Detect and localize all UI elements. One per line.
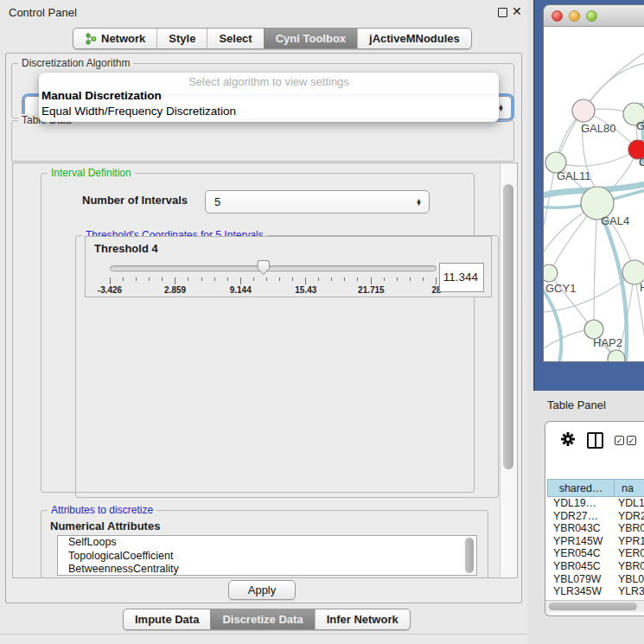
slider-tick-labels: -3.426 2.859 9.144 15.43 21.715 (110, 285, 437, 296)
group-title: Attributes to discretize (48, 504, 156, 516)
node-label: GAL80 (581, 122, 615, 135)
tick-label: 21.715 (358, 285, 385, 295)
node-label: H (640, 281, 644, 294)
cell-shared-name[interactable]: YPR145W (547, 535, 615, 548)
numerical-attributes-label: Numerical Attributes (50, 520, 160, 532)
tab-discretize-data[interactable]: Discretize Data (210, 609, 314, 629)
threshold-slider[interactable]: -3.426 2.859 9.144 15.43 21.715 (110, 237, 437, 298)
tick-label: -3.426 (98, 285, 122, 295)
tab-label: Cyni Toolbox (276, 32, 346, 45)
list-scrollbar[interactable] (463, 537, 475, 574)
cell-shared-name[interactable]: YLR345W (547, 585, 615, 598)
table-row[interactable]: YBR045C YBR0 (547, 560, 644, 573)
split-columns-icon[interactable] (587, 432, 603, 449)
table-row[interactable]: YBL079W YBL0 (547, 573, 644, 586)
threshold-block: Threshold 4 -3.426 2.859 (85, 236, 492, 297)
algorithm-dropdown-popup: Select algorithm to view settings Manual… (39, 73, 499, 122)
table-row[interactable]: YBR043C YBR0 (547, 522, 644, 535)
cell-shared-name[interactable]: YER054C (547, 547, 615, 560)
table-hscrollbar[interactable] (545, 600, 644, 612)
cell-name[interactable]: YDL1 (615, 497, 644, 510)
dropdown-option-manual-discretization[interactable]: Manual Discretization (39, 88, 499, 104)
network-canvas[interactable]: GAL80 GA C GAL11 GAL4 GCY1 H HAP2 (544, 27, 644, 362)
table-panel-toolbar: ✓ ✓ (545, 422, 644, 458)
list-scrollbar-thumb[interactable] (465, 538, 474, 573)
checkbox-icon: ✓ (627, 436, 636, 445)
num-intervals-label: Number of Intervals (82, 194, 188, 207)
table-panel-title: Table Panel (547, 399, 606, 411)
cell-name[interactable]: YBR0 (615, 560, 644, 573)
node-label: GAL4 (601, 214, 629, 227)
column-header-name[interactable]: na (615, 479, 644, 497)
gear-icon[interactable] (560, 431, 576, 450)
combo-stepper-icon: ▲▼ (416, 198, 422, 206)
tab-network[interactable]: Network (73, 29, 156, 48)
minimize-traffic-light-icon[interactable] (569, 10, 580, 22)
group-title: Discretization Algorithm (18, 57, 133, 69)
tick-label: 9.144 (230, 285, 252, 295)
combo-value: 5 (214, 195, 220, 208)
node-label: GCY1 (545, 282, 576, 295)
select-columns-icon[interactable]: ✓ ✓ (615, 436, 636, 445)
network-window[interactable]: GAL80 GA C GAL11 GAL4 GCY1 H HAP2 (543, 4, 644, 362)
apply-button[interactable]: Apply (228, 580, 296, 600)
cell-name[interactable]: YDR2 (615, 510, 644, 523)
table-row[interactable]: YER054C YER0 (547, 547, 644, 560)
tab-jactivemnodules[interactable]: jActiveMNodules (357, 29, 471, 48)
table-row[interactable]: YPR145W YPR1 (547, 535, 644, 548)
column-header-shared-name[interactable]: shared… (547, 479, 615, 497)
cell-shared-name[interactable]: YDR27… (547, 510, 615, 523)
dropdown-option-equal-width[interactable]: Equal Width/Frequency Discretization (39, 104, 499, 119)
list-item[interactable]: BetweennessCentrality (58, 563, 476, 576)
node-gal80[interactable] (572, 99, 595, 122)
node-bottom-partial[interactable] (608, 350, 625, 362)
tab-label: Impute Data (135, 613, 199, 626)
list-item[interactable]: TopologicalCoefficient (58, 550, 476, 564)
tick-label: 2.859 (164, 285, 186, 295)
table-hscrollbar-thumb[interactable] (549, 603, 637, 610)
tab-style[interactable]: Style (156, 29, 207, 48)
slider-track[interactable] (110, 265, 437, 271)
cell-shared-name[interactable]: YBR045C (547, 560, 615, 573)
cell-shared-name[interactable]: YDL19… (547, 497, 615, 510)
numerical-attributes-list[interactable]: SelfLoops TopologicalCoefficient Between… (57, 535, 477, 576)
node-gcy1[interactable] (544, 265, 558, 282)
scrollbar-thumb[interactable] (503, 184, 513, 469)
cell-name[interactable]: YBL0 (615, 573, 644, 586)
tab-select[interactable]: Select (207, 29, 263, 48)
float-icon[interactable] (498, 8, 507, 17)
zoom-traffic-light-icon[interactable] (586, 10, 597, 22)
node-label: GAL11 (557, 169, 591, 182)
thresholds-group: Threshold's Coordinates for 5 Intervals … (75, 235, 499, 498)
tab-label: jActiveMNodules (369, 32, 460, 45)
num-intervals-combo[interactable]: 5 ▲▼ (205, 190, 430, 214)
cell-name[interactable]: YLR3 (615, 585, 644, 598)
tab-impute-data[interactable]: Impute Data (124, 609, 210, 629)
threshold-value-field[interactable]: 11.344 (439, 263, 484, 292)
interval-definition-group: Interval Definition Number of Intervals … (41, 173, 475, 493)
dropdown-hint: Select algorithm to view settings (39, 75, 499, 88)
table-panel-window: ✓ ✓ shared… na YDL19… YDL1 YDR27… YDR2 Y… (545, 421, 644, 616)
cell-shared-name[interactable]: YBR043C (547, 522, 615, 535)
table-row[interactable]: YDR27… YDR2 (547, 510, 644, 523)
tab-label: Infer Network (327, 613, 399, 626)
cell-name[interactable]: YER0 (615, 547, 644, 560)
list-item[interactable]: SelfLoops (58, 536, 476, 550)
table-header: shared… na (547, 479, 644, 497)
slider-thumb[interactable] (257, 260, 270, 275)
close-traffic-light-icon[interactable] (552, 10, 563, 22)
scrollbar-vertical[interactable] (500, 163, 517, 577)
cell-shared-name[interactable]: YBL079W (547, 573, 615, 586)
checkbox-icon: ✓ (615, 436, 624, 445)
table-row[interactable]: YDL19… YDL1 (547, 497, 644, 510)
close-icon[interactable]: ✕ (512, 4, 522, 18)
cell-name[interactable]: YPR1 (615, 535, 644, 548)
cell-name[interactable]: YBR0 (615, 522, 644, 535)
tab-infer-network[interactable]: Infer Network (315, 609, 410, 629)
table-row[interactable]: YLR345W YLR3 (547, 585, 644, 598)
tab-cyni-toolbox[interactable]: Cyni Toolbox (264, 29, 357, 48)
network-icon (85, 33, 97, 45)
node-label: GA (636, 119, 644, 132)
control-panel-tabs: Network Style Select Cyni Toolbox jActiv… (73, 28, 472, 49)
network-window-titlebar[interactable] (544, 5, 644, 27)
